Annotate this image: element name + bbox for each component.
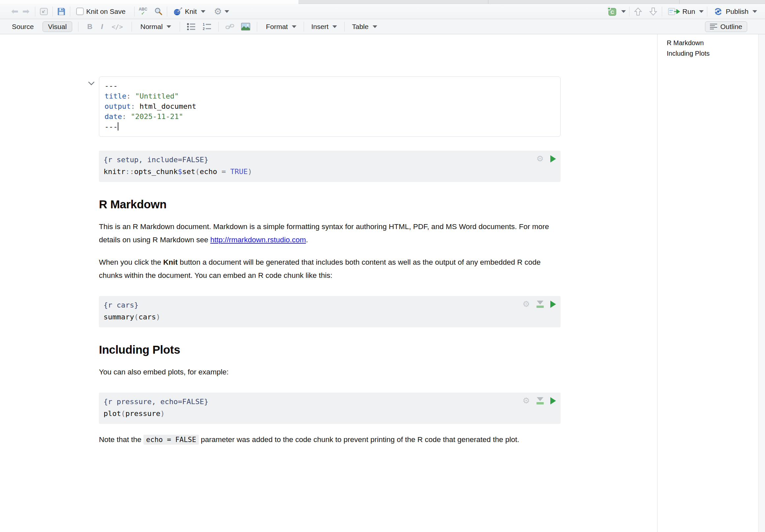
toolbar-separator bbox=[35, 7, 35, 16]
toolbar-separator bbox=[707, 7, 707, 16]
editor-pane: --- title: "Untitled" output: html_docum… bbox=[0, 34, 657, 532]
toolbar-separator bbox=[132, 22, 132, 32]
chevron-down-icon[interactable] bbox=[88, 81, 95, 86]
image-icon[interactable] bbox=[240, 21, 251, 32]
go-up-section-icon[interactable] bbox=[633, 6, 643, 17]
knit-label: Knit bbox=[185, 8, 197, 16]
show-in-new-window-icon[interactable] bbox=[39, 6, 49, 17]
knit-on-save-toggle[interactable]: Knit on Save bbox=[74, 6, 128, 17]
visual-mode-button[interactable]: Visual bbox=[43, 21, 73, 32]
publish-dropdown-caret[interactable] bbox=[752, 10, 757, 13]
outline-toggle-button[interactable]: Outline bbox=[705, 21, 747, 32]
run-chunk-icon[interactable] bbox=[550, 155, 556, 163]
format-menu[interactable]: Format bbox=[263, 21, 299, 32]
main-toolbar: ⬅ ➡ Knit on Save ABC✓ bbox=[0, 4, 765, 19]
code-chunk-setup[interactable]: ⚙ {r setup, include=FALSE} knitr::opts_c… bbox=[99, 151, 560, 182]
outline-icon bbox=[710, 24, 717, 29]
forward-arrow-icon[interactable]: ➡ bbox=[20, 6, 32, 16]
toolbar-separator bbox=[70, 7, 70, 16]
yaml-editor[interactable]: --- title: "Untitled" output: html_docum… bbox=[99, 77, 560, 137]
chunk-options-gear-icon[interactable]: ⚙ bbox=[523, 396, 530, 405]
text-cursor bbox=[118, 122, 118, 131]
table-menu[interactable]: Table bbox=[349, 21, 380, 32]
insert-chunk-button[interactable]: C bbox=[604, 5, 620, 18]
toolbar-separator bbox=[78, 22, 79, 32]
toolbar-separator bbox=[167, 7, 167, 16]
toolbar-separator bbox=[257, 22, 257, 32]
save-icon[interactable] bbox=[56, 6, 67, 17]
outline-item-including-plots[interactable]: Including Plots bbox=[667, 48, 758, 59]
table-menu-caret bbox=[373, 25, 377, 28]
run-all-chunks-above-icon[interactable] bbox=[536, 397, 544, 404]
knit-button[interactable]: Knit bbox=[171, 6, 200, 17]
code-chunk-cars[interactable]: ⚙ {r cars} summary(cars) bbox=[99, 296, 560, 327]
back-arrow-icon[interactable]: ⬅ bbox=[9, 6, 20, 16]
run-chunk-icon[interactable] bbox=[550, 300, 556, 308]
publish-label: Publish bbox=[726, 8, 749, 16]
chunk-code[interactable]: knitr::opts_chunk$set(echo = TRUE) bbox=[104, 167, 555, 177]
yaml-fence-bottom: --- bbox=[105, 122, 555, 132]
svg-text:C: C bbox=[610, 9, 614, 15]
toolbar-separator bbox=[344, 22, 345, 32]
chunk-header: {r setup, include=FALSE} bbox=[104, 155, 555, 165]
toolbar-separator bbox=[52, 7, 53, 16]
paragraph-style-caret bbox=[167, 25, 171, 28]
knit-on-save-checkbox[interactable] bbox=[76, 8, 84, 15]
format-menu-caret bbox=[292, 25, 297, 28]
yaml-title-line: title: "Untitled" bbox=[105, 91, 555, 101]
source-mode-button[interactable]: Source bbox=[12, 23, 34, 31]
numbered-list-icon[interactable]: 1 2 bbox=[202, 21, 212, 32]
heading-r-markdown: R Markdown bbox=[99, 198, 560, 211]
spellcheck-icon[interactable]: ABC✓ bbox=[138, 6, 148, 17]
toolbar-separator bbox=[218, 22, 219, 32]
format-toolbar: Source Visual B I </> Normal 1 2 bbox=[0, 19, 765, 34]
bold-button[interactable]: B bbox=[84, 22, 95, 31]
link-icon[interactable] bbox=[225, 21, 235, 32]
yaml-output-line: output: html_document bbox=[105, 101, 555, 111]
insert-chunk-caret[interactable] bbox=[621, 10, 626, 13]
yaml-date-line: date: "2025-11-21" bbox=[105, 111, 555, 122]
chunk-options-gear-icon[interactable]: ⚙ bbox=[536, 155, 544, 163]
toolbar-separator bbox=[180, 22, 180, 32]
svg-text:1: 1 bbox=[203, 23, 205, 26]
run-button[interactable]: Run bbox=[665, 6, 698, 17]
italic-button[interactable]: I bbox=[98, 22, 106, 31]
tab-divider bbox=[488, 0, 488, 4]
go-down-section-icon[interactable] bbox=[648, 6, 658, 17]
svg-text:2: 2 bbox=[203, 27, 205, 31]
code-chunk-pressure[interactable]: ⚙ {r pressure, echo=FALSE} plot(pressure… bbox=[99, 392, 560, 424]
bullet-list-icon[interactable] bbox=[186, 21, 197, 32]
paragraph-plots: You can also embed plots, for example: bbox=[99, 365, 560, 379]
run-dropdown-caret[interactable] bbox=[699, 10, 704, 13]
paragraph-intro: This is an R Markdown document. Markdown… bbox=[99, 220, 560, 247]
run-label: Run bbox=[683, 8, 695, 16]
run-all-chunks-above-icon[interactable] bbox=[536, 300, 544, 308]
knit-on-save-label: Knit on Save bbox=[86, 8, 126, 16]
editor-scrollbar-gutter[interactable] bbox=[758, 34, 765, 532]
insert-chunk-icon: C bbox=[607, 7, 617, 16]
tab-divider bbox=[679, 0, 680, 4]
document-body: --- title: "Untitled" output: html_docum… bbox=[99, 69, 560, 446]
chunk-code[interactable]: plot(pressure) bbox=[104, 408, 555, 419]
outline-item-r-markdown[interactable]: R Markdown bbox=[667, 38, 758, 48]
search-icon[interactable] bbox=[153, 6, 164, 17]
toolbar-separator bbox=[304, 22, 304, 32]
gear-dropdown-caret[interactable] bbox=[225, 10, 229, 13]
paragraph-note: Note that the echo = FALSE parameter was… bbox=[99, 433, 560, 446]
paragraph-knit: When you click the Knit button a documen… bbox=[99, 256, 560, 282]
code-format-button[interactable]: </> bbox=[109, 23, 125, 30]
chunk-options-gear-icon[interactable]: ⚙ bbox=[523, 300, 530, 308]
knit-dropdown-caret[interactable] bbox=[201, 10, 206, 13]
gear-icon[interactable]: ⚙ bbox=[213, 6, 223, 17]
chunk-code[interactable]: summary(cars) bbox=[104, 312, 555, 322]
yaml-metadata-block[interactable]: --- title: "Untitled" output: html_docum… bbox=[99, 77, 560, 137]
window-tab-strip bbox=[0, 0, 765, 4]
toolbar-separator bbox=[629, 7, 629, 16]
run-chunk-icon[interactable] bbox=[550, 397, 556, 404]
paragraph-style-dropdown[interactable]: Normal bbox=[138, 21, 174, 32]
chunk-header: {r cars} bbox=[104, 300, 555, 310]
insert-menu-caret bbox=[333, 25, 337, 28]
insert-menu[interactable]: Insert bbox=[309, 21, 340, 32]
publish-button[interactable]: Publish bbox=[711, 6, 751, 17]
chunk-header: {r pressure, echo=FALSE} bbox=[104, 396, 555, 407]
